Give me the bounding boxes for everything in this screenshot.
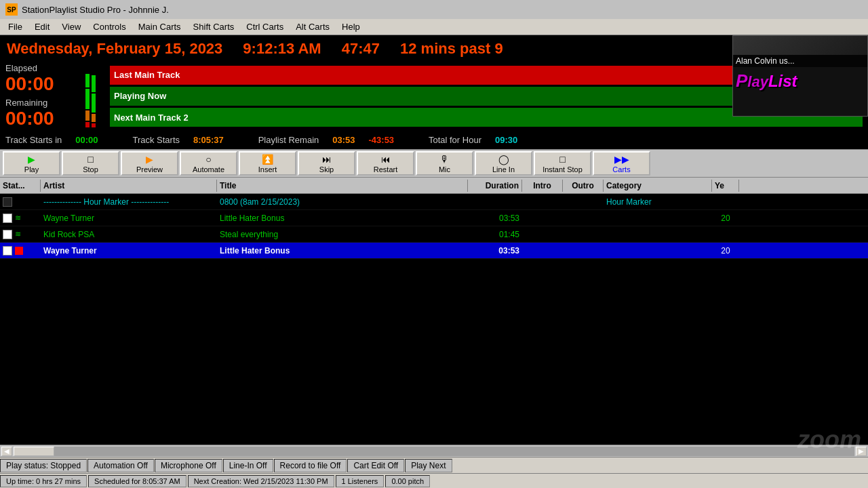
track-starts-label1: Track Starts in bbox=[5, 135, 62, 145]
status-play-next[interactable]: Play Next bbox=[405, 459, 452, 472]
row-duration: 01:45 bbox=[468, 230, 522, 239]
row-artist: Wayne Turner bbox=[41, 246, 217, 256]
track-starts-bar: Track Starts in 00:00 Track Starts 8:05:… bbox=[0, 130, 868, 149]
menu-shift-carts[interactable]: Shift Carts bbox=[188, 20, 240, 33]
playlist-remain-label: Playlist Remain bbox=[258, 135, 319, 145]
mic-button[interactable]: 🎙 Mic bbox=[416, 151, 473, 176]
menu-view[interactable]: View bbox=[56, 20, 86, 33]
table-row[interactable]: Wayne Turner Little Hater Bonus 03:53 20 bbox=[0, 243, 868, 259]
menu-main-carts[interactable]: Main Carts bbox=[133, 20, 186, 33]
main-content: Alan Colvin us... PlayList 👤 Wednesday, … bbox=[0, 35, 868, 488]
restart-button[interactable]: ⏮ Restart bbox=[357, 151, 414, 176]
row-title: 0800 (8am 2/15/2023) bbox=[217, 197, 468, 207]
level-meters bbox=[85, 65, 99, 127]
linein-button[interactable]: ◯ Line In bbox=[475, 151, 532, 176]
status-bar: Play status: Stopped Automation Off Micr… bbox=[0, 457, 868, 473]
row-title: Steal everything bbox=[217, 230, 468, 239]
info-listeners: 1 Listeners bbox=[336, 475, 384, 487]
row-title: Little Hater Bonus bbox=[217, 246, 468, 256]
col-header-category: Category bbox=[604, 180, 712, 192]
row-ye: 20 bbox=[712, 214, 739, 223]
remaining-label: Remaining bbox=[5, 98, 80, 108]
status-record[interactable]: Record to file Off bbox=[274, 459, 347, 472]
col-header-status: Stat... bbox=[0, 180, 41, 192]
playlist-body: -------------- Hour Marker -------------… bbox=[0, 194, 868, 418]
track-starts-label2: Track Starts bbox=[132, 135, 180, 145]
clock-time: 9:12:13 AM bbox=[243, 40, 321, 58]
table-row[interactable]: ≋ Wayne Turner Little Hater Bonus 03:53 … bbox=[0, 210, 868, 226]
info-pitch: 0.00 pitch bbox=[385, 475, 430, 487]
table-row[interactable]: -------------- Hour Marker -------------… bbox=[0, 194, 868, 210]
row-status bbox=[0, 246, 41, 256]
row-status: ≋ bbox=[0, 230, 41, 239]
col-header-duration: Duration bbox=[468, 180, 522, 192]
clock-countdown: 47:47 bbox=[342, 40, 380, 58]
row-artist: Kid Rock PSA bbox=[41, 230, 217, 239]
carts-button[interactable]: ▶▶ Carts bbox=[593, 151, 650, 176]
row-ye: 20 bbox=[712, 246, 739, 256]
row-status bbox=[0, 197, 41, 207]
total-hour-val: 09:30 bbox=[495, 135, 517, 145]
info-uptime: Up time: 0 hrs 27 mins bbox=[0, 475, 87, 487]
menu-bar: File Edit View Controls Main Carts Shift… bbox=[0, 19, 868, 35]
menu-file[interactable]: File bbox=[3, 20, 28, 33]
app-icon: SP bbox=[5, 3, 18, 16]
clock-date: Wednesday, February 15, 2023 bbox=[7, 40, 222, 58]
menu-edit[interactable]: Edit bbox=[29, 20, 55, 33]
transport-buttons: ▶ Play □ Stop ▶ Preview ○ Automate ⏫ Ins… bbox=[0, 149, 868, 178]
row-artist: Wayne Turner bbox=[41, 214, 217, 223]
menu-ctrl-carts[interactable]: Ctrl Carts bbox=[241, 20, 289, 33]
title-bar-text: StationPlaylist Studio Pro - Johnnie J. bbox=[22, 5, 169, 15]
row-duration: 03:53 bbox=[468, 214, 522, 223]
row-duration: 03:53 bbox=[468, 246, 522, 256]
play-button[interactable]: ▶ Play bbox=[3, 151, 60, 176]
row-category: Hour Marker bbox=[604, 197, 712, 207]
track-starts-val2: 8:05:37 bbox=[193, 135, 224, 145]
webcam-name: Alan Colvin us... bbox=[732, 55, 867, 67]
status-microphone[interactable]: Microphone Off bbox=[155, 459, 222, 472]
insert-button[interactable]: ⏫ Insert bbox=[239, 151, 296, 176]
title-bar: SP StationPlaylist Studio Pro - Johnnie … bbox=[0, 0, 868, 19]
webcam-area: Alan Colvin us... PlayList 👤 bbox=[732, 35, 868, 117]
row-artist: -------------- Hour Marker -------------… bbox=[41, 197, 217, 207]
menu-alt-carts[interactable]: Alt Carts bbox=[290, 20, 335, 33]
col-header-intro: Intro bbox=[522, 180, 563, 192]
webcam-overlay: Alan Colvin us... PlayList bbox=[732, 55, 867, 117]
skip-button[interactable]: ⏭ Skip bbox=[298, 151, 355, 176]
elapsed-remaining: Elapsed 00:00 Remaining 00:00 bbox=[5, 65, 80, 127]
menu-help[interactable]: Help bbox=[336, 20, 366, 33]
status-automation[interactable]: Automation Off bbox=[87, 459, 154, 472]
col-header-outro: Outro bbox=[563, 180, 604, 192]
status-linein[interactable]: Line-In Off bbox=[223, 459, 273, 472]
preview-button[interactable]: ▶ Preview bbox=[121, 151, 178, 176]
clock-mins-text: 12 mins past 9 bbox=[400, 40, 503, 58]
col-header-artist: Artist bbox=[41, 180, 217, 192]
info-next-creation: Next Creation: Wed 2/15/2023 11:30 PM bbox=[188, 475, 334, 487]
col-header-ye: Ye bbox=[712, 180, 739, 192]
playlist-remain-neg: -43:53 bbox=[369, 135, 395, 145]
menu-controls[interactable]: Controls bbox=[87, 20, 131, 33]
playlist-area: Stat... Artist Title Duration Intro Outr… bbox=[0, 178, 868, 445]
instantstop-button[interactable]: □ Instant Stop bbox=[534, 151, 591, 176]
table-row bbox=[0, 259, 868, 418]
h-scrollbar: ◀ ▶ bbox=[0, 445, 868, 457]
elapsed-label: Elapsed bbox=[5, 63, 80, 73]
status-play: Play status: Stopped bbox=[0, 459, 87, 472]
status-cart-edit[interactable]: Cart Edit Off bbox=[347, 459, 404, 472]
automate-button[interactable]: ○ Automate bbox=[180, 151, 237, 176]
playlist-header: Stat... Artist Title Duration Intro Outr… bbox=[0, 178, 868, 194]
row-status: ≋ bbox=[0, 214, 41, 223]
stop-button[interactable]: □ Stop bbox=[62, 151, 119, 176]
info-scheduled: Scheduled for 8:05:37 AM bbox=[88, 475, 186, 487]
scroll-right-btn[interactable]: ▶ bbox=[856, 447, 867, 456]
total-hour-label: Total for Hour bbox=[429, 135, 481, 145]
table-row[interactable]: ≋ Kid Rock PSA Steal everything 01:45 bbox=[0, 226, 868, 243]
playlist-remain-val: 03:53 bbox=[332, 135, 355, 145]
row-title: Little Hater Bonus bbox=[217, 214, 468, 223]
info-bar: Up time: 0 hrs 27 mins Scheduled for 8:0… bbox=[0, 473, 868, 488]
elapsed-value: 00:00 bbox=[5, 73, 80, 95]
track-starts-val1: 00:00 bbox=[75, 135, 98, 145]
scroll-left-btn[interactable]: ◀ bbox=[1, 447, 12, 456]
scroll-thumb[interactable] bbox=[14, 447, 54, 456]
scroll-track[interactable] bbox=[14, 447, 854, 456]
